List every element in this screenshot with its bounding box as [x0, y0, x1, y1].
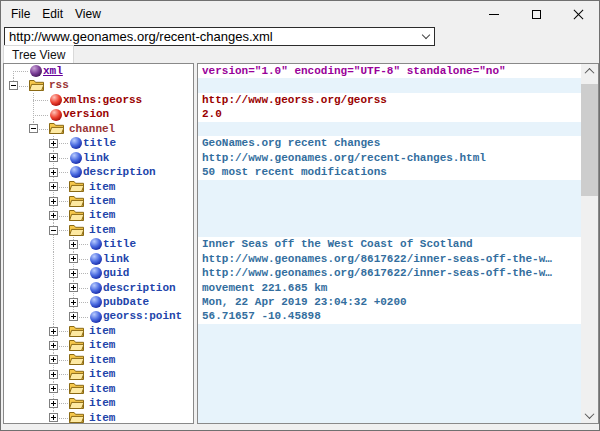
tree-guide — [29, 309, 49, 323]
expander-plus-icon[interactable] — [49, 168, 58, 177]
tree-node-georss:point[interactable]: georss:point — [4, 309, 193, 323]
tree-node-pubDate[interactable]: pubDate — [4, 295, 193, 309]
tree-guide — [9, 252, 29, 266]
tree-guide — [49, 338, 69, 352]
scroll-up-button[interactable] — [581, 64, 598, 79]
close-button[interactable] — [557, 1, 599, 27]
minimize-button[interactable] — [473, 1, 515, 27]
vertical-scrollbar[interactable] — [581, 64, 598, 423]
tab-tree-view[interactable]: Tree View — [3, 45, 74, 63]
attribute-icon — [50, 109, 62, 121]
expander-plus-icon[interactable] — [49, 355, 58, 364]
tree-guide — [29, 266, 49, 280]
tree-guide — [29, 180, 49, 194]
address-input[interactable] — [5, 28, 417, 45]
value-row — [198, 353, 581, 367]
tree-node-rss[interactable]: rss — [4, 78, 193, 92]
element-icon — [90, 282, 102, 294]
tree-node-title[interactable]: title — [4, 237, 193, 251]
expander-plus-icon[interactable] — [49, 153, 58, 162]
menu-view[interactable]: View — [69, 4, 107, 24]
folder-icon — [69, 195, 84, 208]
value-row — [198, 411, 581, 424]
tree-node-label: item — [89, 367, 115, 381]
expander-minus-icon[interactable] — [49, 226, 58, 235]
tree-node-item[interactable]: item — [4, 180, 193, 194]
expander-plus-icon[interactable] — [49, 384, 58, 393]
expander-plus-icon[interactable] — [69, 298, 78, 307]
tree-node-description[interactable]: description — [4, 165, 193, 179]
tree-node-item[interactable]: item — [4, 353, 193, 367]
tree-node-label: description — [103, 281, 176, 295]
expander-plus-icon[interactable] — [49, 370, 58, 379]
tree-node-title[interactable]: title — [4, 136, 193, 150]
tree-guide — [9, 338, 29, 352]
tree-node-item[interactable]: item — [4, 223, 193, 237]
value-row: http://www.geonames.org/8617622/inner-se… — [198, 266, 581, 280]
expander-plus-icon[interactable] — [49, 197, 58, 206]
expander-plus-icon[interactable] — [69, 269, 78, 278]
tree-node-item[interactable]: item — [4, 411, 193, 425]
menu-edit[interactable]: Edit — [36, 4, 69, 24]
tree-node-label: item — [89, 396, 115, 410]
tree-node-item[interactable]: item — [4, 367, 193, 381]
tree-node-label: item — [89, 194, 115, 208]
expander-plus-icon[interactable] — [69, 283, 78, 292]
folder-icon — [69, 382, 84, 395]
expander-minus-icon[interactable] — [29, 124, 38, 133]
element-icon — [90, 238, 102, 250]
tree-node-xml[interactable]: xml — [4, 64, 193, 78]
tree-guide — [29, 353, 49, 367]
tree-node-item[interactable]: item — [4, 324, 193, 338]
xml-tree-panel: xmlrssxmlns:georssversionchanneltitlelin… — [3, 63, 194, 424]
tree-node-item[interactable]: item — [4, 208, 193, 222]
tree-node-label: item — [89, 338, 115, 352]
maximize-button[interactable] — [515, 1, 557, 27]
tree-node-item[interactable]: item — [4, 194, 193, 208]
expander-plus-icon[interactable] — [49, 182, 58, 191]
expander-plus-icon[interactable] — [49, 327, 58, 336]
tree-guide — [29, 93, 49, 107]
scroll-down-button[interactable] — [581, 408, 598, 423]
tree-node-item[interactable]: item — [4, 338, 193, 352]
value-panel: version="1.0" encoding="UTF-8" standalon… — [197, 63, 599, 424]
tree-guide — [29, 411, 49, 425]
tree-guide — [9, 64, 29, 78]
value-row: http://www.georss.org/georss — [198, 93, 581, 107]
expander-plus-icon[interactable] — [49, 341, 58, 350]
tree-node-xmlns:georss[interactable]: xmlns:georss — [4, 93, 193, 107]
tree-guide — [49, 367, 69, 381]
tree-node-item[interactable]: item — [4, 396, 193, 410]
tree-node-channel[interactable]: channel — [4, 122, 193, 136]
expander-plus-icon[interactable] — [49, 413, 58, 422]
tree-node-link[interactable]: link — [4, 252, 193, 266]
tree-node-guid[interactable]: guid — [4, 266, 193, 280]
expander-plus-icon[interactable] — [49, 399, 58, 408]
tree-node-item[interactable]: item — [4, 382, 193, 396]
tree-node-description[interactable]: description — [4, 281, 193, 295]
expander-plus-icon[interactable] — [49, 211, 58, 220]
tree-guide — [49, 281, 69, 295]
menu-file[interactable]: File — [5, 4, 36, 24]
tree-guide — [49, 396, 69, 410]
element-icon — [90, 311, 102, 323]
expander-plus-icon[interactable] — [69, 240, 78, 249]
tree-node-version[interactable]: version — [4, 107, 193, 121]
tree-guide — [29, 208, 49, 222]
tree-guide — [49, 223, 69, 237]
expander-minus-icon[interactable] — [9, 81, 18, 90]
expander-plus-icon[interactable] — [49, 139, 58, 148]
tree-guide — [9, 136, 29, 150]
combobox-dropdown-button[interactable] — [417, 28, 434, 45]
expander-plus-icon[interactable] — [69, 254, 78, 263]
scrollbar-thumb[interactable] — [581, 84, 598, 196]
value-row — [198, 338, 581, 352]
value-row — [198, 324, 581, 338]
tree-guide — [9, 295, 29, 309]
tree-node-label: link — [83, 151, 109, 165]
tree-guide — [49, 165, 69, 179]
tree-guide — [29, 194, 49, 208]
tree-node-link[interactable]: link — [4, 151, 193, 165]
tree-guide — [69, 266, 89, 280]
expander-plus-icon[interactable] — [69, 312, 78, 321]
